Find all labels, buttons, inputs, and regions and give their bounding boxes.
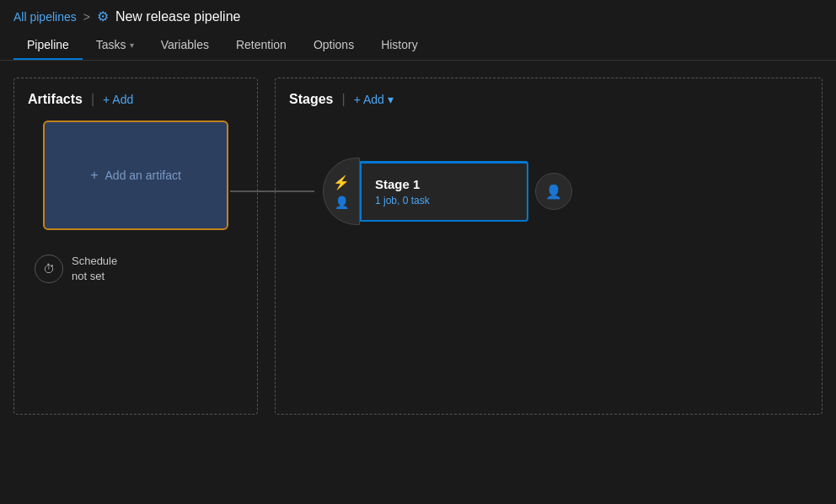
stage-approver-icon: 👤 bbox=[335, 196, 349, 209]
stage-area: ⚡ 👤 Stage 1 1 job, 0 task 👤 bbox=[323, 158, 808, 225]
stage-card: ⚡ 👤 Stage 1 1 job, 0 task 👤 bbox=[323, 158, 572, 225]
add-artifact-box[interactable]: + Add an artifact bbox=[43, 121, 228, 230]
breadcrumb: All pipelines > ⚙ New release pipeline bbox=[13, 8, 823, 24]
pipeline-title: New release pipeline bbox=[115, 9, 241, 24]
stages-panel-header: Stages | + Add ▾ bbox=[289, 92, 808, 107]
schedule-section[interactable]: ⏱ Schedule not set bbox=[28, 247, 244, 291]
tab-options[interactable]: Options bbox=[300, 31, 367, 60]
stage-name: Stage 1 bbox=[375, 177, 513, 191]
stages-add-chevron-icon: ▾ bbox=[388, 93, 394, 106]
tasks-chevron-icon: ▾ bbox=[130, 40, 134, 50]
artifacts-divider: | bbox=[91, 92, 94, 107]
stages-divider: | bbox=[341, 92, 345, 107]
artifacts-panel: Artifacts | + Add + Add an artifact ⏱ Sc… bbox=[13, 78, 258, 415]
pipeline-icon: ⚙ bbox=[97, 8, 109, 24]
tab-tasks[interactable]: Tasks ▾ bbox=[83, 31, 147, 60]
artifact-box-inner: + Add an artifact bbox=[90, 168, 181, 183]
artifact-box-label: Add an artifact bbox=[105, 169, 181, 182]
tab-variables[interactable]: Variables bbox=[147, 31, 222, 60]
artifacts-add-button[interactable]: + Add bbox=[103, 93, 133, 106]
breadcrumb-separator: > bbox=[83, 10, 90, 24]
schedule-text: Schedule not set bbox=[72, 254, 117, 284]
tab-history[interactable]: History bbox=[367, 31, 431, 60]
artifacts-panel-header: Artifacts | + Add bbox=[28, 92, 244, 107]
main-content: Artifacts | + Add + Add an artifact ⏱ Sc… bbox=[0, 61, 836, 432]
artifacts-title: Artifacts bbox=[28, 92, 83, 107]
stages-add-button[interactable]: + Add ▾ bbox=[354, 93, 394, 106]
artifacts-add-label: + Add bbox=[103, 93, 133, 106]
stage-trigger-icon: ⚡ bbox=[333, 174, 350, 190]
stage-meta: 1 job, 0 task bbox=[375, 195, 513, 206]
stage-connector-line bbox=[230, 190, 314, 192]
schedule-icon: ⏱ bbox=[35, 255, 63, 283]
tab-retention[interactable]: Retention bbox=[222, 31, 300, 60]
all-pipelines-link[interactable]: All pipelines bbox=[13, 10, 77, 24]
stages-panel: Stages | + Add ▾ ⚡ 👤 Stage 1 1 job, 0 ta… bbox=[275, 78, 823, 415]
stage-left-control[interactable]: ⚡ 👤 bbox=[323, 158, 360, 225]
stages-title: Stages bbox=[289, 92, 333, 107]
stages-add-label: + Add bbox=[354, 93, 384, 106]
tab-pipeline[interactable]: Pipeline bbox=[13, 31, 83, 60]
stage-post-approver-icon: 👤 bbox=[545, 184, 562, 200]
artifact-plus-icon: + bbox=[90, 168, 98, 183]
stage-right-control[interactable]: 👤 bbox=[535, 173, 572, 210]
nav-tabs: Pipeline Tasks ▾ Variables Retention Opt… bbox=[13, 31, 823, 60]
stage-main-card[interactable]: Stage 1 1 job, 0 task bbox=[360, 161, 528, 222]
header: All pipelines > ⚙ New release pipeline P… bbox=[0, 0, 836, 61]
